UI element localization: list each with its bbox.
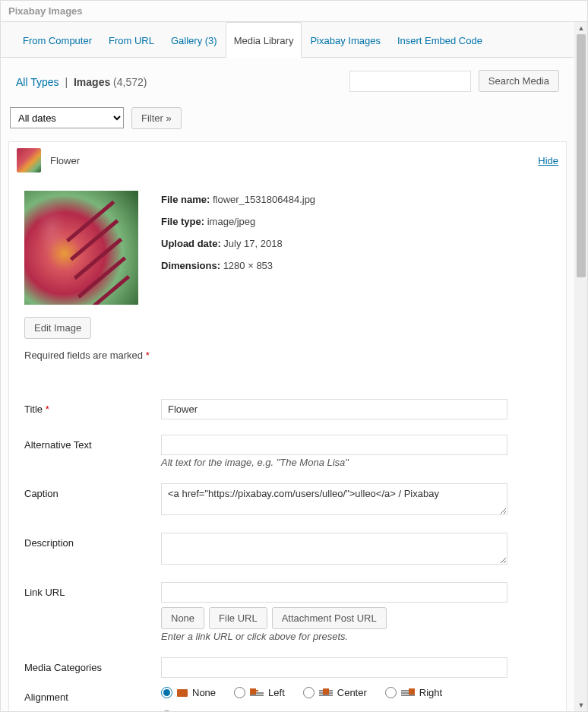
alt-text-input[interactable]	[161, 435, 507, 455]
type-separator: |	[65, 76, 68, 88]
align-left-icon	[250, 688, 264, 698]
tab-insert-embed-code[interactable]: Insert Embed Code	[389, 22, 491, 58]
filter-button[interactable]: Filter »	[131, 107, 182, 129]
alt-help-text: Alt text for the image, e.g. "The Mona L…	[161, 457, 551, 468]
media-thumbnail-large	[24, 191, 138, 305]
tab-media-library[interactable]: Media Library	[226, 22, 302, 58]
hide-details-link[interactable]: Hide	[538, 155, 558, 166]
align-left-option[interactable]: Left	[234, 687, 285, 698]
window-titlebar: Pixabay Images	[1, 1, 587, 22]
media-tabs: From Computer From URL Gallery (3) Media…	[1, 22, 574, 58]
align-none-icon	[177, 689, 188, 697]
meta-filename-label: File name:	[161, 194, 210, 205]
linkurl-input[interactable]	[161, 582, 507, 603]
filter-all-types[interactable]: All Types	[16, 76, 59, 88]
required-star: *	[146, 350, 150, 361]
media-meta: File name: flower_1531806484.jpg File ty…	[161, 191, 315, 271]
caption-label: Caption	[24, 483, 161, 499]
align-none-label: None	[192, 687, 216, 698]
align-right-radio[interactable]	[385, 687, 397, 698]
align-left-radio[interactable]	[234, 687, 245, 698]
scrollbar-thumb[interactable]	[577, 34, 586, 277]
mediacat-input[interactable]	[161, 657, 507, 678]
size-thumbnail-dim: (150 × 150)	[234, 710, 285, 711]
meta-uploaddate-label: Upload date:	[161, 238, 221, 249]
tab-from-computer[interactable]: From Computer	[14, 22, 100, 58]
linkurl-help-text: Enter a link URL or click above for pres…	[161, 631, 551, 642]
date-filter-select[interactable]: All dates	[10, 107, 124, 128]
required-note: Required fields are marked	[24, 350, 143, 361]
tab-gallery[interactable]: Gallery (3)	[163, 22, 226, 58]
mediacat-label: Media Categories	[24, 657, 161, 673]
size-thumbnail-option[interactable]: Thumbnail (150 × 150)	[161, 710, 551, 711]
align-right-label: Right	[419, 687, 442, 698]
align-center-icon	[319, 688, 333, 698]
meta-filename-value: flower_1531806484.jpg	[213, 194, 315, 205]
caption-textarea[interactable]: <a href="https://pixabay.com/users/ulleo…	[161, 483, 507, 515]
window-title: Pixabay Images	[8, 5, 83, 17]
vertical-scrollbar[interactable]: ▲ ▼	[574, 22, 587, 711]
alignment-label: Alignment	[24, 687, 161, 703]
meta-dimensions-label: Dimensions:	[161, 260, 220, 271]
align-none-radio[interactable]	[161, 687, 172, 698]
media-item-title: Flower	[50, 155, 529, 166]
app-window: Pixabay Images From Computer From URL Ga…	[0, 0, 588, 712]
tab-from-url[interactable]: From URL	[100, 22, 163, 58]
align-center-label: Center	[337, 687, 367, 698]
align-none-option[interactable]: None	[161, 687, 216, 698]
description-label: Description	[24, 533, 161, 549]
edit-image-button[interactable]: Edit Image	[24, 317, 91, 339]
media-thumbnail-small	[17, 148, 41, 172]
media-item-panel: Flower Hide File name: flower_1531806484…	[8, 141, 567, 711]
align-left-label: Left	[268, 687, 285, 698]
size-thumbnail-radio[interactable]	[161, 710, 172, 711]
linkurl-file-button[interactable]: File URL	[209, 607, 267, 629]
align-center-radio[interactable]	[303, 687, 315, 698]
linkurl-none-button[interactable]: None	[161, 607, 204, 629]
search-input[interactable]	[349, 71, 471, 92]
linkurl-attachment-button[interactable]: Attachment Post URL	[272, 607, 387, 629]
align-center-option[interactable]: Center	[303, 687, 367, 698]
media-form: Title * Alternative Text Alt text for th…	[9, 373, 566, 711]
title-star: *	[46, 403, 49, 415]
size-label: Size	[24, 710, 161, 711]
size-thumbnail-name: Thumbnail	[180, 710, 226, 711]
align-right-option[interactable]: Right	[385, 687, 442, 698]
search-media-button[interactable]: Search Media	[479, 70, 559, 92]
meta-filetype-value: image/jpeg	[207, 216, 256, 227]
meta-dimensions-value: 1280 × 853	[223, 260, 273, 271]
linkurl-label: Link URL	[24, 582, 161, 598]
scroll-down-arrow-icon[interactable]: ▼	[575, 699, 587, 711]
description-textarea[interactable]	[161, 533, 507, 565]
filter-images[interactable]: Images	[74, 76, 110, 88]
alt-label: Alternative Text	[24, 435, 161, 451]
title-label: Title	[24, 403, 43, 415]
tab-pixabay-images[interactable]: Pixabay Images	[302, 22, 389, 58]
meta-uploaddate-value: July 17, 2018	[223, 238, 282, 249]
title-input[interactable]	[161, 399, 507, 419]
align-right-icon	[401, 688, 415, 698]
meta-filetype-label: File type:	[161, 216, 204, 227]
scroll-up-arrow-icon[interactable]: ▲	[575, 22, 587, 34]
type-filter: All Types | Images (4,572)	[16, 76, 349, 88]
filter-images-count: (4,572)	[113, 76, 147, 88]
